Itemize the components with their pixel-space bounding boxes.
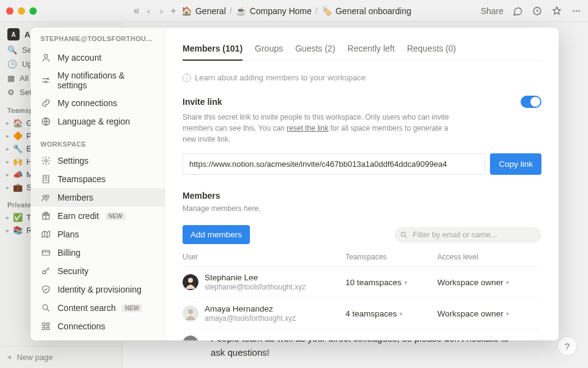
tab[interactable]: Groups	[255, 40, 283, 60]
sidebar-item-label: Identity & provisioning	[58, 285, 141, 294]
sidebar-item-teamspaces[interactable]: Teamspaces	[31, 170, 165, 188]
new-page-button[interactable]: + New page	[0, 346, 122, 368]
sidebar-item-members[interactable]: Members	[31, 188, 165, 207]
sidebar-item-connections[interactable]: Connections	[31, 317, 165, 335]
learn-link[interactable]: i Learn about adding members to your wor…	[183, 73, 541, 82]
sidebar-item-label: Earn credit	[58, 211, 99, 221]
favorite-icon[interactable]	[551, 6, 562, 17]
avatar	[183, 274, 198, 290]
col-teamspaces: Teamspaces	[345, 253, 431, 261]
members-tabs: Members (101)GroupsGuests (2)Recently le…	[183, 40, 541, 61]
maximize-window-icon[interactable]	[29, 7, 37, 15]
member-access-dropdown[interactable]: Workspace owner▾	[437, 309, 541, 318]
new-badge: NEW	[122, 304, 142, 312]
sidebar-item-identity[interactable]: Identity & provisioning	[31, 280, 165, 299]
svg-rect-17	[47, 323, 49, 326]
breadcrumb-emoji: 🏷️	[322, 6, 332, 16]
copy-link-button[interactable]: Copy link	[490, 153, 541, 175]
tab[interactable]: Members (101)	[183, 40, 243, 61]
breadcrumb-label: Company Home	[250, 6, 312, 16]
chevron-down-icon: ▾	[404, 279, 407, 286]
new-tab-icon[interactable]: +	[170, 5, 176, 17]
link-icon	[40, 98, 51, 109]
svg-point-15	[43, 305, 48, 310]
nav-back-icon[interactable]: ‹	[145, 4, 153, 17]
tab[interactable]: Requests (0)	[407, 40, 456, 60]
updates-icon[interactable]	[532, 6, 543, 17]
svg-point-1	[573, 10, 574, 11]
sidebar-item-label: Content search	[58, 303, 116, 313]
members-filter-input[interactable]	[394, 227, 541, 243]
members-title: Members	[183, 191, 541, 201]
sidebar-item-my-account[interactable]: My account	[31, 48, 165, 67]
sidebar-item-audit-log[interactable]: Audit log	[31, 335, 165, 340]
sidebar-item-label: Members	[58, 193, 93, 202]
breadcrumb[interactable]: 🏠 General / ☕ Company Home / 🏷️ General …	[181, 6, 412, 16]
sidebar-item-content-search[interactable]: Content searchNEW	[31, 299, 165, 317]
help-button[interactable]: ?	[557, 336, 577, 356]
svg-point-10	[43, 195, 45, 197]
nav-forward-icon[interactable]: ›	[157, 4, 165, 17]
sidebar-item-plans[interactable]: Plans	[31, 225, 165, 243]
sidebar-item-label: Plans	[58, 229, 79, 239]
sidebar-item-notifications[interactable]: My notifications & settings	[31, 67, 165, 94]
invite-link-description: Share this secret link to invite people …	[183, 112, 452, 145]
invite-link-input[interactable]: https://www.notion.so/acmesite/invite/c4…	[183, 153, 485, 175]
svg-point-8	[45, 159, 47, 162]
sidebar-item-label: Security	[58, 266, 89, 276]
new-badge: NEW	[105, 212, 126, 220]
svg-point-4	[44, 55, 47, 58]
sidebar-item-billing[interactable]: Billing	[31, 243, 165, 262]
more-icon[interactable]	[571, 6, 582, 17]
member-teamspaces-dropdown[interactable]: 4 teamspaces▾	[345, 309, 431, 318]
tab[interactable]: Recently left	[347, 40, 394, 60]
member-teamspaces-dropdown[interactable]: 10 teamspaces▾	[345, 278, 431, 287]
collapse-sidebar-icon[interactable]: «	[134, 4, 140, 17]
sidebar-item-label: Billing	[58, 248, 80, 258]
sidebar-item-label: My account	[58, 53, 102, 63]
add-members-button[interactable]: Add members	[183, 225, 250, 244]
people-icon	[40, 192, 51, 203]
avatar	[183, 335, 198, 340]
members-table: User Teamspaces Access level Stephanie L…	[183, 253, 541, 340]
invite-link-toggle[interactable]	[521, 96, 541, 108]
workspace-avatar: A	[7, 28, 20, 40]
col-access: Access level	[437, 253, 541, 261]
sidebar-item-language[interactable]: Language & region	[31, 112, 165, 131]
member-row: Stephanie Lee stephanie@toolsforthought.…	[183, 267, 541, 298]
tab[interactable]: Guests (2)	[295, 40, 335, 60]
members-description: Manage members here.	[183, 203, 452, 214]
member-access-dropdown[interactable]: Workspace owner▾	[437, 278, 541, 287]
share-button[interactable]: Share	[481, 6, 503, 16]
sliders-icon	[40, 75, 51, 86]
svg-rect-13	[42, 250, 50, 255]
sidebar-item-settings[interactable]: Settings	[31, 151, 165, 170]
svg-point-2	[576, 10, 577, 11]
sidebar-item-label: Teamspaces	[58, 174, 106, 184]
sidebar-item-label: My notifications & settings	[58, 71, 155, 90]
svg-point-28	[183, 335, 198, 340]
shield-icon	[40, 284, 51, 295]
comments-icon[interactable]	[512, 6, 523, 17]
settings-modal: STEPHANIE@TOOLSFORTHOUGHT.… My accountMy…	[31, 28, 559, 340]
reset-link[interactable]: reset the link	[287, 124, 328, 132]
map-icon	[40, 229, 51, 240]
minimize-window-icon[interactable]	[18, 7, 25, 15]
gift-icon	[40, 210, 51, 221]
settings-content: Members (101)GroupsGuests (2)Recently le…	[165, 28, 559, 340]
sidebar-item-label: Language & region	[58, 117, 130, 126]
svg-point-23	[401, 232, 405, 236]
sidebar-item-earn-credit[interactable]: Earn creditNEW	[31, 207, 165, 225]
close-window-icon[interactable]	[6, 7, 13, 15]
sidebar-item-connections-mine[interactable]: My connections	[31, 94, 165, 112]
svg-rect-9	[43, 175, 48, 183]
sidebar-item-label: My connections	[58, 98, 117, 108]
svg-point-5	[47, 78, 49, 80]
window-titlebar: « ‹ › + 🏠 General / ☕ Company Home / 🏷️ …	[0, 0, 588, 22]
sidebar-item-security[interactable]: Security	[31, 262, 165, 280]
window-controls	[6, 7, 37, 15]
svg-point-11	[47, 195, 49, 197]
svg-point-27	[188, 309, 193, 314]
account-email: STEPHANIE@TOOLSFORTHOUGHT.…	[31, 35, 165, 48]
member-name: Stephanie Lee	[205, 273, 306, 283]
